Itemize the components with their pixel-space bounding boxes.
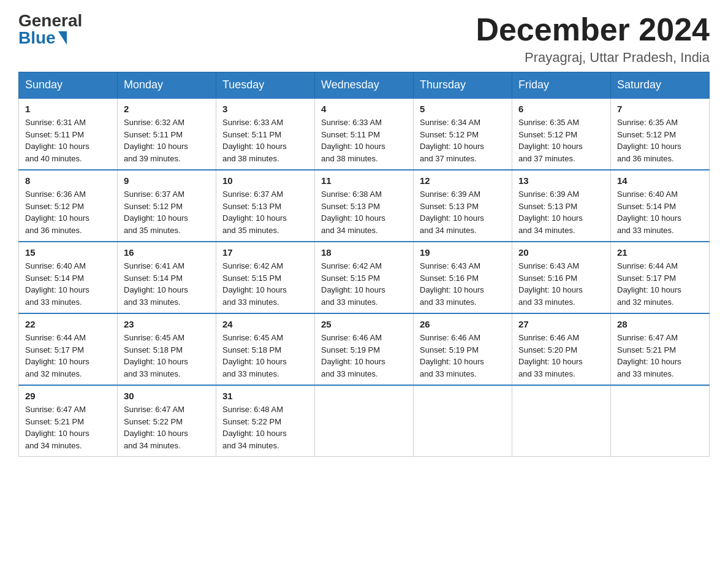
- day-info: Sunrise: 6:37 AMSunset: 5:12 PMDaylight:…: [124, 190, 188, 235]
- day-info: Sunrise: 6:47 AMSunset: 5:21 PMDaylight:…: [25, 405, 89, 450]
- calendar-cell: 11 Sunrise: 6:38 AMSunset: 5:13 PMDaylig…: [315, 170, 414, 242]
- day-info: Sunrise: 6:46 AMSunset: 5:20 PMDaylight:…: [518, 333, 583, 378]
- day-info: Sunrise: 6:41 AMSunset: 5:14 PMDaylight:…: [124, 261, 188, 307]
- week-row: 29 Sunrise: 6:47 AMSunset: 5:21 PMDaylig…: [19, 385, 710, 457]
- calendar-cell: 28 Sunrise: 6:47 AMSunset: 5:21 PMDaylig…: [611, 313, 710, 385]
- day-number: 15: [25, 247, 111, 258]
- day-number: 14: [617, 175, 703, 186]
- day-number: 31: [222, 391, 308, 401]
- day-number: 3: [222, 104, 308, 114]
- calendar-cell: 21 Sunrise: 6:44 AMSunset: 5:17 PMDaylig…: [611, 242, 710, 313]
- day-of-week-header: Wednesday: [315, 72, 414, 99]
- day-of-week-header: Tuesday: [216, 72, 315, 99]
- day-number: 9: [124, 175, 210, 186]
- day-info: Sunrise: 6:42 AMSunset: 5:15 PMDaylight:…: [222, 261, 287, 307]
- day-number: 26: [420, 319, 506, 329]
- calendar-cell: 15 Sunrise: 6:40 AMSunset: 5:14 PMDaylig…: [19, 242, 118, 313]
- calendar-cell: [512, 385, 611, 457]
- day-number: 8: [25, 175, 111, 186]
- calendar-cell: 24 Sunrise: 6:45 AMSunset: 5:18 PMDaylig…: [216, 313, 315, 385]
- location-subtitle: Prayagraj, Uttar Pradesh, India: [476, 50, 710, 66]
- day-info: Sunrise: 6:32 AMSunset: 5:11 PMDaylight:…: [124, 118, 188, 163]
- day-info: Sunrise: 6:42 AMSunset: 5:15 PMDaylight:…: [321, 261, 385, 307]
- day-number: 7: [617, 104, 703, 114]
- week-row: 8 Sunrise: 6:36 AMSunset: 5:12 PMDayligh…: [19, 170, 710, 242]
- day-number: 1: [25, 104, 111, 114]
- day-number: 2: [124, 104, 210, 114]
- calendar-cell: 9 Sunrise: 6:37 AMSunset: 5:12 PMDayligh…: [118, 170, 216, 242]
- day-number: 27: [518, 319, 604, 329]
- day-number: 29: [25, 391, 111, 401]
- day-number: 12: [420, 175, 506, 186]
- calendar-cell: 31 Sunrise: 6:48 AMSunset: 5:22 PMDaylig…: [216, 385, 315, 457]
- calendar-cell: 30 Sunrise: 6:47 AMSunset: 5:22 PMDaylig…: [118, 385, 216, 457]
- day-number: 18: [321, 247, 407, 258]
- day-of-week-header: Saturday: [611, 72, 710, 99]
- day-info: Sunrise: 6:46 AMSunset: 5:19 PMDaylight:…: [420, 333, 484, 378]
- day-of-week-header: Thursday: [414, 72, 512, 99]
- calendar-cell: 17 Sunrise: 6:42 AMSunset: 5:15 PMDaylig…: [216, 242, 315, 313]
- day-number: 25: [321, 319, 407, 329]
- day-number: 5: [420, 104, 506, 114]
- calendar-cell: 23 Sunrise: 6:45 AMSunset: 5:18 PMDaylig…: [118, 313, 216, 385]
- calendar-cell: 25 Sunrise: 6:46 AMSunset: 5:19 PMDaylig…: [315, 313, 414, 385]
- day-info: Sunrise: 6:45 AMSunset: 5:18 PMDaylight:…: [124, 333, 188, 378]
- header-row: SundayMondayTuesdayWednesdayThursdayFrid…: [19, 72, 710, 99]
- day-number: 10: [222, 175, 308, 186]
- day-info: Sunrise: 6:43 AMSunset: 5:16 PMDaylight:…: [420, 261, 484, 307]
- calendar-cell: 18 Sunrise: 6:42 AMSunset: 5:15 PMDaylig…: [315, 242, 414, 313]
- day-info: Sunrise: 6:34 AMSunset: 5:12 PMDaylight:…: [420, 118, 484, 163]
- calendar-cell: 26 Sunrise: 6:46 AMSunset: 5:19 PMDaylig…: [414, 313, 512, 385]
- day-number: 4: [321, 104, 407, 114]
- day-number: 22: [25, 319, 111, 329]
- calendar-cell: 12 Sunrise: 6:39 AMSunset: 5:13 PMDaylig…: [414, 170, 512, 242]
- day-number: 11: [321, 175, 407, 186]
- day-info: Sunrise: 6:46 AMSunset: 5:19 PMDaylight:…: [321, 333, 385, 378]
- day-info: Sunrise: 6:45 AMSunset: 5:18 PMDaylight:…: [222, 333, 287, 378]
- day-number: 6: [518, 104, 604, 114]
- day-of-week-header: Friday: [512, 72, 611, 99]
- logo-triangle-icon: [58, 31, 67, 45]
- day-number: 13: [518, 175, 604, 186]
- day-info: Sunrise: 6:39 AMSunset: 5:13 PMDaylight:…: [518, 190, 583, 235]
- week-row: 1 Sunrise: 6:31 AMSunset: 5:11 PMDayligh…: [19, 98, 710, 170]
- calendar-cell: 22 Sunrise: 6:44 AMSunset: 5:17 PMDaylig…: [19, 313, 118, 385]
- day-info: Sunrise: 6:36 AMSunset: 5:12 PMDaylight:…: [25, 190, 89, 235]
- calendar-cell: [315, 385, 414, 457]
- day-info: Sunrise: 6:48 AMSunset: 5:22 PMDaylight:…: [222, 405, 287, 450]
- calendar-cell: 8 Sunrise: 6:36 AMSunset: 5:12 PMDayligh…: [19, 170, 118, 242]
- day-info: Sunrise: 6:37 AMSunset: 5:13 PMDaylight:…: [222, 190, 287, 235]
- calendar-cell: 5 Sunrise: 6:34 AMSunset: 5:12 PMDayligh…: [414, 98, 512, 170]
- calendar-cell: 13 Sunrise: 6:39 AMSunset: 5:13 PMDaylig…: [512, 170, 611, 242]
- page-header: General Blue December 2024 Prayagraj, Ut…: [18, 12, 710, 66]
- day-info: Sunrise: 6:44 AMSunset: 5:17 PMDaylight:…: [25, 333, 89, 378]
- day-info: Sunrise: 6:40 AMSunset: 5:14 PMDaylight:…: [617, 190, 681, 235]
- week-row: 22 Sunrise: 6:44 AMSunset: 5:17 PMDaylig…: [19, 313, 710, 385]
- day-number: 28: [617, 319, 703, 329]
- month-title: December 2024: [476, 12, 710, 47]
- calendar-cell: 16 Sunrise: 6:41 AMSunset: 5:14 PMDaylig…: [118, 242, 216, 313]
- day-number: 23: [124, 319, 210, 329]
- calendar-cell: 3 Sunrise: 6:33 AMSunset: 5:11 PMDayligh…: [216, 98, 315, 170]
- day-info: Sunrise: 6:40 AMSunset: 5:14 PMDaylight:…: [25, 261, 89, 307]
- day-number: 21: [617, 247, 703, 258]
- calendar-cell: 10 Sunrise: 6:37 AMSunset: 5:13 PMDaylig…: [216, 170, 315, 242]
- calendar-cell: 6 Sunrise: 6:35 AMSunset: 5:12 PMDayligh…: [512, 98, 611, 170]
- calendar-cell: 20 Sunrise: 6:43 AMSunset: 5:16 PMDaylig…: [512, 242, 611, 313]
- day-info: Sunrise: 6:33 AMSunset: 5:11 PMDaylight:…: [222, 118, 287, 163]
- calendar-cell: [611, 385, 710, 457]
- day-number: 20: [518, 247, 604, 258]
- day-info: Sunrise: 6:47 AMSunset: 5:22 PMDaylight:…: [124, 405, 188, 450]
- day-info: Sunrise: 6:47 AMSunset: 5:21 PMDaylight:…: [617, 333, 681, 378]
- logo-blue-text: Blue: [18, 29, 67, 47]
- day-info: Sunrise: 6:44 AMSunset: 5:17 PMDaylight:…: [617, 261, 681, 307]
- calendar-cell: 1 Sunrise: 6:31 AMSunset: 5:11 PMDayligh…: [19, 98, 118, 170]
- day-info: Sunrise: 6:39 AMSunset: 5:13 PMDaylight:…: [420, 190, 484, 235]
- calendar-cell: 2 Sunrise: 6:32 AMSunset: 5:11 PMDayligh…: [118, 98, 216, 170]
- day-number: 17: [222, 247, 308, 258]
- logo: General Blue: [18, 12, 82, 47]
- day-info: Sunrise: 6:38 AMSunset: 5:13 PMDaylight:…: [321, 190, 385, 235]
- calendar-cell: 7 Sunrise: 6:35 AMSunset: 5:12 PMDayligh…: [611, 98, 710, 170]
- day-of-week-header: Sunday: [19, 72, 118, 99]
- calendar-cell: 29 Sunrise: 6:47 AMSunset: 5:21 PMDaylig…: [19, 385, 118, 457]
